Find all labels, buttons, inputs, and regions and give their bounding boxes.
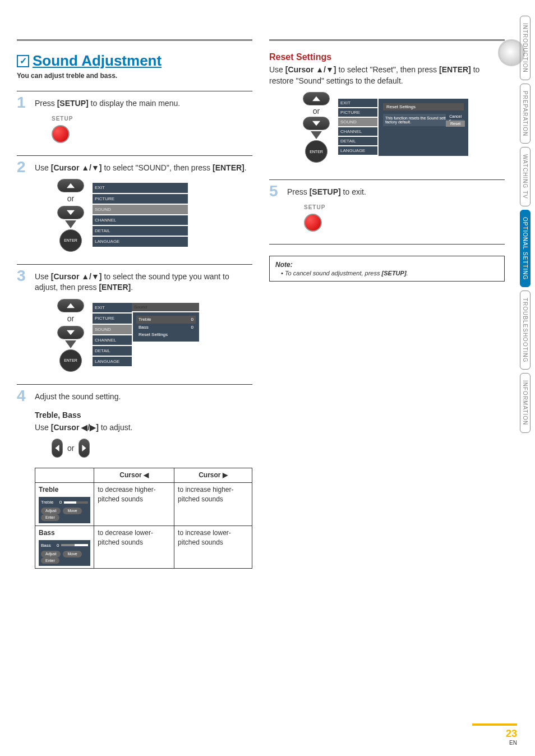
cursor-updown-icon: or ENTER	[303, 92, 330, 163]
svg-marker-1	[67, 210, 75, 215]
tab-information[interactable]: INFORMATION	[520, 373, 531, 432]
svg-marker-0	[67, 183, 75, 188]
table-row: Bass Bass 0 AdjustMoveEnter to decrease …	[35, 525, 252, 569]
bass-osd-panel: Bass 0 AdjustMoveEnter	[39, 540, 90, 566]
osd-menu-sound: EXIT PICTURE SOUND CHANNEL DETAIL LANGUA…	[93, 303, 199, 367]
tab-preparation[interactable]: PREPARATION	[520, 84, 531, 144]
step-number: 2	[17, 159, 29, 257]
page-footer: 23 EN	[506, 728, 517, 746]
svg-marker-7	[82, 445, 86, 451]
cursor-updown-icon: or ENTER	[57, 299, 84, 372]
step-3: 3 Use [Cursor ▲/▼] to select the sound t…	[17, 268, 252, 377]
table-row: Treble Treble 0 AdjustMoveEnter to decre…	[35, 483, 252, 526]
setup-button-icon	[304, 214, 322, 232]
reset-heading: Reset Settings	[269, 52, 505, 62]
note-box: Note: • To cancel sound adjustment, pres…	[269, 256, 505, 282]
step-number: 1	[17, 95, 29, 149]
tab-optional-setting[interactable]: OPTIONAL SETTING	[520, 210, 531, 287]
arrow-down-icon	[311, 131, 322, 139]
osd-menu-reset: EXIT PICTURE SOUND CHANNEL DETAIL LANGUA…	[338, 99, 468, 156]
checkbox-icon	[17, 55, 29, 67]
svg-marker-8	[312, 96, 320, 101]
setup-label: SETUP	[304, 204, 505, 211]
subheading: You can adjust treble and bass.	[17, 72, 252, 80]
step-1: 1 Press [SETUP] to display the main menu…	[17, 95, 252, 149]
enter-button-icon: ENTER	[305, 140, 328, 163]
step-number: 4	[17, 388, 29, 569]
step-2: 2 Use [Cursor ▲/▼] to select "SOUND", th…	[17, 159, 252, 257]
page-title: Sound Adjustment	[33, 52, 162, 70]
svg-marker-5	[65, 340, 76, 348]
main-heading: Sound Adjustment	[17, 52, 252, 70]
svg-marker-4	[67, 330, 75, 334]
arrow-down-icon	[65, 220, 76, 228]
svg-marker-10	[311, 131, 322, 139]
sub-section-title: Treble, Bass	[35, 410, 252, 421]
svg-marker-9	[312, 121, 320, 126]
svg-marker-2	[65, 220, 76, 228]
step-number: 5	[269, 183, 282, 237]
svg-marker-6	[55, 445, 59, 451]
step-4: 4 Adjust the sound setting. Treble, Bass…	[17, 388, 252, 569]
arrow-down-icon	[65, 340, 76, 348]
setup-label: SETUP	[52, 115, 252, 123]
tab-troubleshooting[interactable]: TROUBLESHOOTING	[520, 291, 531, 370]
reset-text: Use [Cursor ▲/▼] to select "Reset", then…	[269, 64, 505, 86]
enter-button-icon: ENTER	[59, 229, 82, 252]
setup-button-icon	[52, 125, 70, 143]
treble-osd-panel: Treble 0 AdjustMoveEnter	[39, 497, 90, 523]
tab-watching-tv[interactable]: WATCHING TV	[520, 147, 531, 206]
svg-marker-3	[67, 303, 75, 308]
osd-menu: EXIT PICTURE SOUND CHANNEL DETAIL LANGUA…	[93, 183, 188, 247]
step-5: 5 Press [SETUP] to exit. SETUP	[269, 183, 505, 237]
adjustment-table: Cursor ◀Cursor ▶ Treble Treble 0 AdjustM…	[35, 468, 252, 569]
cursor-updown-icon: or ENTER	[57, 179, 84, 252]
cursor-leftright-icon: or	[52, 439, 252, 458]
step-number: 3	[17, 268, 29, 377]
tab-introduction[interactable]: INTRODUCTION	[520, 16, 531, 80]
side-tabs: INTRODUCTION PREPARATION WATCHING TV OPT…	[520, 16, 531, 433]
page-number: 23	[506, 728, 517, 740]
enter-button-icon: ENTER	[59, 349, 82, 372]
